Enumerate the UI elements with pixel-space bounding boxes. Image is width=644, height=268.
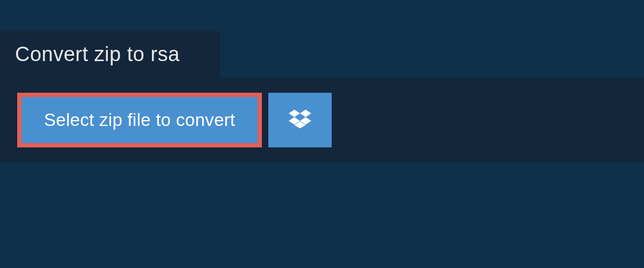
header-box: Convert zip to rsa [0,31,220,78]
main-panel: Select zip file to convert [0,78,644,162]
page-title: Convert zip to rsa [15,43,205,66]
select-file-label: Select zip file to convert [44,110,235,130]
dropbox-button[interactable] [268,93,332,147]
dropbox-icon [289,108,311,132]
select-file-button[interactable]: Select zip file to convert [17,93,262,147]
button-row: Select zip file to convert [17,93,627,147]
